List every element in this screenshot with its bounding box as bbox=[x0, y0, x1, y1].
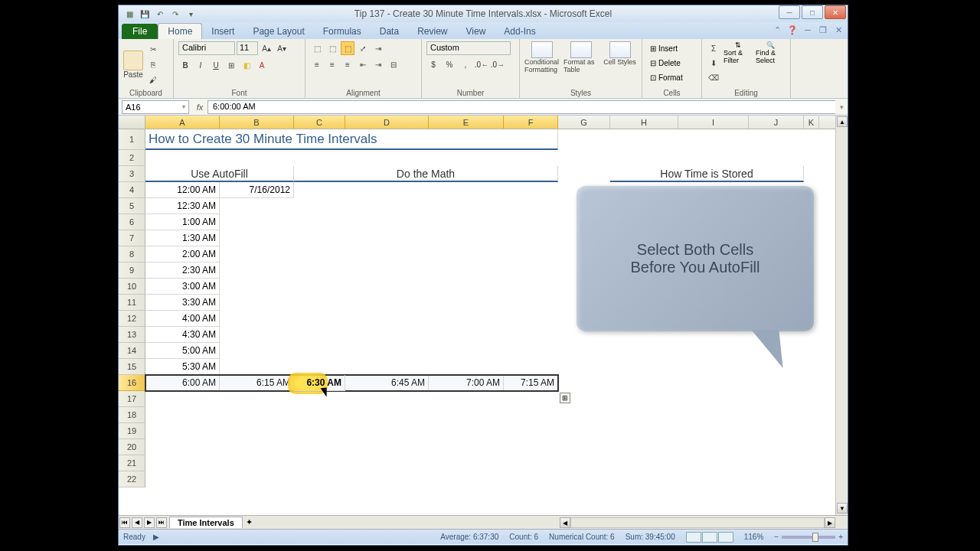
scroll-right-icon[interactable]: ▶ bbox=[825, 517, 835, 528]
paste-button[interactable]: Paste bbox=[123, 51, 143, 79]
increase-decimal-icon[interactable]: .0← bbox=[475, 57, 488, 71]
doc-restore-icon[interactable]: ❐ bbox=[817, 24, 829, 36]
row-header-3[interactable]: 3 bbox=[119, 166, 145, 182]
cell-styles-button[interactable]: Cell Styles bbox=[603, 41, 637, 73]
font-size-select[interactable]: 11 bbox=[237, 41, 258, 55]
align-middle-icon[interactable]: ⬚ bbox=[325, 41, 339, 55]
cell-A16[interactable]: 6:00 AM bbox=[145, 375, 220, 391]
col-header-J[interactable]: J bbox=[749, 116, 804, 129]
row-header-18[interactable]: 18 bbox=[119, 407, 145, 423]
tab-data[interactable]: Data bbox=[371, 24, 408, 39]
help-icon[interactable]: ❓ bbox=[786, 24, 799, 36]
row-header-6[interactable]: 6 bbox=[119, 214, 145, 230]
cell-B16[interactable]: 6:15 AM bbox=[220, 375, 294, 391]
percent-button[interactable]: % bbox=[443, 57, 456, 71]
cell-A8[interactable]: 2:00 AM bbox=[145, 246, 220, 262]
col-header-K[interactable]: K bbox=[804, 116, 819, 129]
row-header-2[interactable]: 2 bbox=[119, 150, 145, 166]
cell-F16[interactable]: 7:15 AM bbox=[504, 375, 558, 391]
cell-A4[interactable]: 12:00 AM bbox=[145, 182, 220, 198]
scroll-up-icon[interactable]: ▲ bbox=[837, 116, 848, 127]
last-sheet-icon[interactable]: ⏭ bbox=[156, 517, 167, 528]
cell-A3[interactable]: Use AutoFill bbox=[145, 166, 294, 182]
cell-A10[interactable]: 3:00 AM bbox=[145, 279, 220, 295]
row-header-21[interactable]: 21 bbox=[119, 455, 145, 471]
align-bottom-icon[interactable]: ⬚ bbox=[341, 41, 354, 55]
minimize-button[interactable]: ─ bbox=[779, 5, 800, 19]
number-format-select[interactable]: Custom bbox=[426, 41, 511, 55]
scroll-down-icon[interactable]: ▼ bbox=[837, 503, 848, 514]
row-header-16[interactable]: 16 bbox=[119, 375, 145, 391]
row-header-12[interactable]: 12 bbox=[119, 311, 145, 327]
page-break-view-button[interactable] bbox=[718, 532, 733, 543]
cell-A14[interactable]: 5:00 AM bbox=[145, 343, 220, 359]
select-all-corner[interactable] bbox=[119, 116, 145, 129]
close-button[interactable]: ✕ bbox=[825, 5, 846, 19]
wrap-text-button[interactable]: ⇥ bbox=[371, 41, 385, 55]
format-painter-icon[interactable]: 🖌 bbox=[146, 73, 160, 86]
cell-A7[interactable]: 1:30 AM bbox=[145, 230, 220, 246]
border-button[interactable]: ⊞ bbox=[224, 58, 238, 72]
autofill-options-icon[interactable]: ⊞ bbox=[560, 393, 570, 403]
align-top-icon[interactable]: ⬚ bbox=[310, 41, 324, 55]
find-select-button[interactable]: 🔍Find & Select bbox=[756, 41, 785, 84]
underline-button[interactable]: U bbox=[209, 58, 223, 72]
col-header-D[interactable]: D bbox=[345, 116, 429, 129]
cell-A13[interactable]: 4:30 AM bbox=[145, 327, 220, 343]
bold-button[interactable]: B bbox=[178, 58, 192, 72]
cut-icon[interactable]: ✂ bbox=[146, 42, 160, 56]
redo-icon[interactable]: ↷ bbox=[169, 8, 181, 20]
fx-icon[interactable]: fx bbox=[192, 103, 207, 112]
align-left-icon[interactable]: ≡ bbox=[310, 57, 324, 71]
tab-addins[interactable]: Add-Ins bbox=[495, 24, 544, 39]
prev-sheet-icon[interactable]: ◀ bbox=[132, 517, 142, 528]
row-header-13[interactable]: 13 bbox=[119, 327, 145, 343]
tab-formulas[interactable]: Formulas bbox=[314, 24, 371, 39]
expand-formula-icon[interactable]: ▾ bbox=[835, 103, 848, 111]
row-header-7[interactable]: 7 bbox=[119, 230, 145, 246]
row-header-5[interactable]: 5 bbox=[119, 198, 145, 214]
cell-D16[interactable]: 6:45 AM bbox=[345, 375, 429, 391]
fill-button[interactable]: ⬇ bbox=[707, 56, 720, 70]
row-header-4[interactable]: 4 bbox=[119, 182, 145, 198]
decrease-font-icon[interactable]: A▾ bbox=[275, 41, 289, 55]
sort-filter-button[interactable]: ⇅Sort & Filter bbox=[724, 41, 753, 84]
align-right-icon[interactable]: ≡ bbox=[341, 57, 354, 71]
tab-view[interactable]: View bbox=[457, 24, 495, 39]
zoom-slider[interactable]: − + bbox=[774, 533, 843, 541]
macro-record-icon[interactable]: ▶ bbox=[153, 533, 159, 541]
col-header-H[interactable]: H bbox=[610, 116, 678, 129]
delete-cells-button[interactable]: ⊟Delete bbox=[647, 56, 697, 70]
copy-icon[interactable]: ⎘ bbox=[146, 57, 160, 71]
row-header-22[interactable]: 22 bbox=[119, 471, 145, 487]
col-header-I[interactable]: I bbox=[678, 116, 749, 129]
doc-close-icon[interactable]: ✕ bbox=[832, 24, 844, 36]
increase-indent-icon[interactable]: ⇥ bbox=[371, 57, 385, 71]
font-name-select[interactable]: Calibri bbox=[178, 41, 235, 55]
tab-home[interactable]: Home bbox=[158, 23, 202, 39]
cell-H3[interactable]: How Time is Stored bbox=[610, 166, 804, 182]
new-sheet-icon[interactable]: ✦ bbox=[246, 517, 260, 528]
col-header-A[interactable]: A bbox=[145, 116, 220, 129]
scroll-left-icon[interactable]: ◀ bbox=[560, 517, 570, 528]
row-header-11[interactable]: 11 bbox=[119, 295, 145, 311]
first-sheet-icon[interactable]: ⏮ bbox=[119, 517, 130, 528]
vertical-scrollbar[interactable]: ▲ ▼ bbox=[835, 116, 848, 515]
tab-page-layout[interactable]: Page Layout bbox=[243, 24, 313, 39]
page-layout-view-button[interactable] bbox=[702, 532, 717, 543]
worksheet-grid[interactable]: ABCDEFGHIJK 1234567891011121314151617181… bbox=[119, 116, 848, 515]
row-header-14[interactable]: 14 bbox=[119, 343, 145, 359]
insert-cells-button[interactable]: ⊞Insert bbox=[647, 41, 697, 55]
fill-color-button[interactable]: ◧ bbox=[240, 58, 253, 72]
cell-A1[interactable]: How to Create 30 Minute Time Intervals bbox=[145, 129, 558, 150]
row-header-20[interactable]: 20 bbox=[119, 439, 145, 455]
currency-button[interactable]: $ bbox=[426, 57, 440, 71]
maximize-button[interactable]: □ bbox=[802, 5, 823, 19]
format-as-table-button[interactable]: Format as Table bbox=[564, 41, 598, 73]
row-header-9[interactable]: 9 bbox=[119, 262, 145, 279]
row-header-17[interactable]: 17 bbox=[119, 391, 145, 407]
cell-A9[interactable]: 2:30 AM bbox=[145, 262, 220, 279]
conditional-formatting-button[interactable]: Conditional Formatting bbox=[524, 41, 559, 73]
file-tab[interactable]: File bbox=[122, 24, 158, 39]
formula-input[interactable]: 6:00:00 AM bbox=[207, 100, 835, 114]
